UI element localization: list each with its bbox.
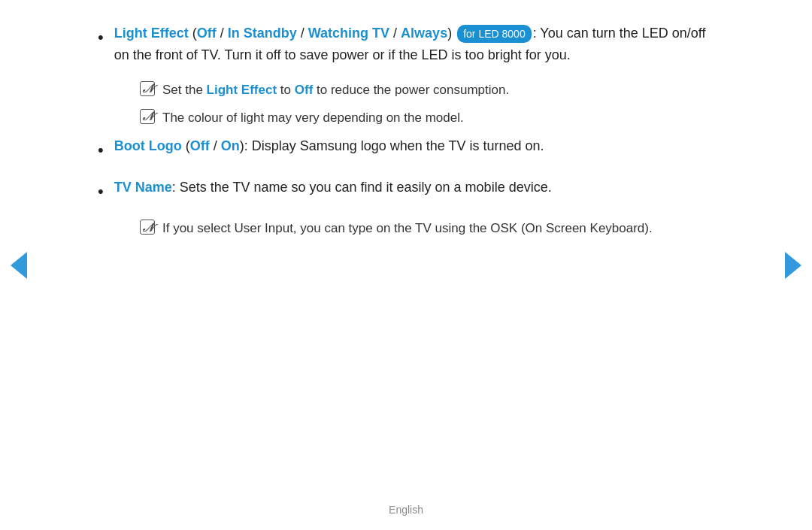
option-in-standby: In Standby bbox=[228, 26, 297, 41]
note-item-2: 𝒩 The colour of light may very depending… bbox=[140, 108, 714, 128]
note-text-2: The colour of light may very depending o… bbox=[162, 108, 464, 128]
prev-page-arrow[interactable] bbox=[11, 252, 27, 279]
bullet-dot-2: • bbox=[98, 137, 104, 163]
sep1: / bbox=[217, 26, 228, 41]
note-icon-2: 𝒩 bbox=[140, 109, 155, 124]
note1-prefix: Set the bbox=[162, 83, 203, 97]
note-icon-3: 𝒩 bbox=[140, 220, 155, 235]
note1-term: Light Effect bbox=[207, 83, 277, 97]
note1-end: to reduce the power consumption. bbox=[317, 83, 509, 97]
note-item-1: 𝒩 Set the Light Effect to Off to reduce … bbox=[140, 80, 714, 100]
bullet-dot: • bbox=[98, 24, 104, 50]
term-tv-name: TV Name bbox=[114, 180, 172, 195]
boot-sep: / bbox=[210, 138, 221, 153]
led-badge: for LED 8000 bbox=[457, 25, 532, 43]
sep2: / bbox=[297, 26, 308, 41]
notes-block-2: 𝒩 If you select User Input, you can type… bbox=[119, 218, 714, 238]
note-icon-1: 𝒩 bbox=[140, 81, 155, 96]
option-always: Always bbox=[401, 26, 447, 41]
main-content: • Light Effect (Off / In Standby / Watch… bbox=[30, 0, 782, 292]
list-item-boot-logo: • Boot Logo (Off / On): Display Samsung … bbox=[98, 135, 714, 163]
bullet-text-boot-logo: Boot Logo (Off / On): Display Samsung lo… bbox=[114, 135, 714, 157]
note-text-3: If you select User Input, you can type o… bbox=[162, 218, 653, 238]
tvname-desc: : Sets the TV name so you can find it ea… bbox=[172, 180, 552, 195]
bullet-list-2: • Boot Logo (Off / On): Display Samsung … bbox=[98, 135, 714, 204]
option-watching-tv: Watching TV bbox=[308, 26, 389, 41]
bullet-dot-3: • bbox=[98, 178, 104, 204]
paren-close: ) bbox=[447, 26, 452, 41]
boot-off: Off bbox=[190, 138, 210, 153]
notes-block-1: 𝒩 Set the Light Effect to Off to reduce … bbox=[119, 80, 714, 128]
note-text-1: Set the Light Effect to Off to reduce th… bbox=[162, 80, 509, 100]
list-item-light-effect: • Light Effect (Off / In Standby / Watch… bbox=[98, 23, 714, 66]
bullet-text-light-effect: Light Effect (Off / In Standby / Watchin… bbox=[114, 23, 714, 66]
note-item-3: 𝒩 If you select User Input, you can type… bbox=[140, 218, 714, 238]
option-off: Off bbox=[197, 26, 217, 41]
bullet-list: • Light Effect (Off / In Standby / Watch… bbox=[98, 23, 714, 66]
note1-off: Off bbox=[295, 83, 314, 97]
term-light-effect: Light Effect bbox=[114, 26, 189, 41]
list-item-tv-name: • TV Name: Sets the TV name so you can f… bbox=[98, 177, 714, 204]
boot-desc: : Display Samsung logo when the TV is tu… bbox=[244, 138, 544, 153]
boot-on: On bbox=[221, 138, 240, 153]
term-boot-logo: Boot Logo bbox=[114, 138, 182, 153]
next-page-arrow[interactable] bbox=[785, 252, 801, 279]
bullet-text-tv-name: TV Name: Sets the TV name so you can fin… bbox=[114, 177, 714, 198]
footer-language: English bbox=[389, 501, 423, 518]
sep3: / bbox=[389, 26, 401, 41]
note1-mid: to bbox=[280, 83, 291, 97]
